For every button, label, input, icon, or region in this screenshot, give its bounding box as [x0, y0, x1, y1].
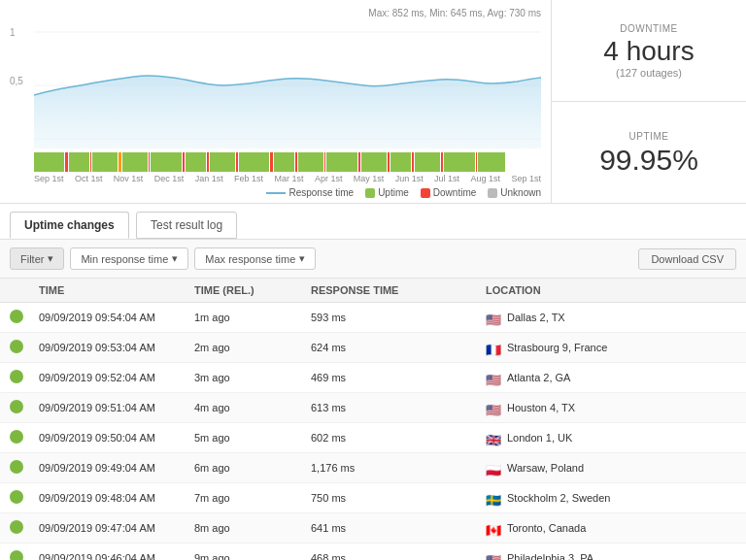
table-header: TIME TIME (REL.) RESPONSE TIME LOCATION — [0, 279, 746, 303]
uptime-bar — [34, 152, 541, 172]
time-rel-cell: 1m ago — [194, 312, 311, 323]
status-dot — [10, 490, 23, 504]
tab-uptime-changes[interactable]: Uptime changes — [10, 212, 129, 239]
status-indicator — [10, 490, 39, 506]
col-location-header: LOCATION — [486, 284, 736, 296]
x-label: Apr 1st — [315, 174, 343, 183]
status-indicator — [10, 370, 39, 385]
table-row: 09/09/2019 09:46:04 AM 9m ago 468 ms 🇺🇸 … — [0, 544, 746, 560]
time-cell: 09/09/2019 09:51:04 AM — [39, 402, 194, 413]
downtime-value: 4 hours — [603, 38, 694, 65]
x-label: Sep 1st — [511, 174, 541, 183]
flag-icon: 🇵🇱 — [486, 463, 499, 473]
status-dot — [10, 340, 23, 353]
response-cell: 1,176 ms — [311, 462, 486, 474]
status-dot — [10, 550, 23, 560]
x-axis: Sep 1st Oct 1st Nov 1st Dec 1st Jan 1st … — [34, 174, 541, 183]
x-label: Dec 1st — [154, 174, 185, 183]
location-name: Atlanta 2, GA — [507, 372, 570, 383]
flag-icon: 🇺🇸 — [486, 553, 499, 560]
location-name: Warsaw, Poland — [507, 462, 584, 474]
x-label: Jun 1st — [395, 174, 424, 183]
location-cell: 🇺🇸 Atlanta 2, GA — [486, 372, 736, 383]
response-cell: 469 ms — [311, 372, 486, 383]
x-label: Nov 1st — [114, 174, 144, 183]
col-time-rel-header: TIME (REL.) — [194, 284, 311, 296]
chart-stats: Max: 852 ms, Min: 645 ms, Avg: 730 ms — [10, 8, 541, 18]
response-cell: 602 ms — [311, 432, 486, 444]
time-rel-cell: 7m ago — [194, 492, 311, 504]
tab-test-result-log[interactable]: Test result log — [136, 212, 237, 239]
col-response-header: RESPONSE TIME — [311, 284, 486, 296]
location-cell: 🇫🇷 Strasbourg 9, France — [486, 342, 736, 353]
time-cell: 09/09/2019 09:50:04 AM — [39, 432, 194, 444]
status-indicator — [10, 310, 39, 325]
stats-panel: DOWNTIME 4 hours (127 outages) UPTIME 99… — [552, 0, 746, 203]
flag-icon: 🇺🇸 — [486, 403, 499, 412]
location-name: Dallas 2, TX — [507, 312, 565, 323]
y-label-05: 0,5 — [10, 76, 23, 86]
flag-icon: 🇺🇸 — [486, 373, 499, 382]
legend-uptime-label: Uptime — [378, 187, 409, 198]
time-cell: 09/09/2019 09:49:04 AM — [39, 462, 194, 474]
table-row: 09/09/2019 09:53:04 AM 2m ago 624 ms 🇫🇷 … — [0, 333, 746, 363]
flag-icon: 🇫🇷 — [486, 343, 499, 352]
x-label: Jan 1st — [195, 174, 223, 183]
legend-response: Response time — [266, 187, 354, 198]
y-label-1: 1 — [10, 27, 16, 38]
location-cell: 🇨🇦 Toronto, Canada — [486, 522, 736, 534]
legend-downtime: Downtime — [421, 187, 476, 198]
download-csv-button[interactable]: Download CSV — [638, 248, 736, 270]
downtime-hours-text: hours — [627, 36, 695, 66]
min-chevron-icon: ▾ — [172, 252, 178, 265]
location-cell: 🇺🇸 Houston 4, TX — [486, 402, 736, 413]
flag-icon: 🇨🇦 — [486, 523, 499, 533]
time-cell: 09/09/2019 09:54:04 AM — [39, 312, 194, 323]
chart-area: Max: 852 ms, Min: 645 ms, Avg: 730 ms 1 … — [0, 0, 552, 203]
location-cell: 🇵🇱 Warsaw, Poland — [486, 462, 736, 474]
status-dot — [10, 400, 23, 413]
table-row: 09/09/2019 09:51:04 AM 4m ago 613 ms 🇺🇸 … — [0, 393, 746, 423]
min-response-button[interactable]: Min response time ▾ — [70, 247, 188, 270]
table-row: 09/09/2019 09:52:04 AM 3m ago 469 ms 🇺🇸 … — [0, 363, 746, 393]
downtime-label: DOWNTIME — [620, 23, 678, 34]
legend-uptime-icon — [365, 188, 375, 198]
table-row: 09/09/2019 09:47:04 AM 8m ago 641 ms 🇨🇦 … — [0, 513, 746, 544]
flag-icon: 🇸🇪 — [486, 493, 499, 503]
status-dot — [10, 430, 23, 444]
uptime-box: UPTIME 99.95% — [552, 102, 746, 203]
table-section: TIME TIME (REL.) RESPONSE TIME LOCATION … — [0, 279, 746, 560]
status-indicator — [10, 400, 39, 415]
x-label: Sep 1st — [34, 174, 64, 183]
status-dot — [10, 460, 23, 474]
location-name: Houston 4, TX — [507, 402, 575, 413]
uptime-label: UPTIME — [629, 131, 669, 142]
downtime-box: DOWNTIME 4 hours (127 outages) — [552, 0, 746, 102]
legend-response-label: Response time — [288, 187, 354, 198]
x-label: May 1st — [354, 174, 385, 183]
location-name: Stockholm 2, Sweden — [507, 492, 610, 504]
table-body: 09/09/2019 09:54:04 AM 1m ago 593 ms 🇺🇸 … — [0, 303, 746, 560]
max-response-button[interactable]: Max response time ▾ — [194, 247, 316, 270]
time-cell: 09/09/2019 09:48:04 AM — [39, 492, 194, 504]
col-time-header: TIME — [39, 284, 194, 296]
top-section: Max: 852 ms, Min: 645 ms, Avg: 730 ms 1 … — [0, 0, 746, 204]
status-indicator — [10, 520, 39, 536]
time-cell: 09/09/2019 09:46:04 AM — [39, 552, 194, 560]
response-cell: 593 ms — [311, 312, 486, 323]
status-indicator — [10, 460, 39, 476]
location-name: Strasbourg 9, France — [507, 342, 607, 353]
uptime-value: 99.95% — [599, 146, 698, 175]
legend-downtime-icon — [421, 188, 430, 198]
status-indicator — [10, 430, 39, 445]
x-label: Oct 1st — [75, 174, 103, 183]
status-dot — [10, 520, 23, 534]
filter-label: Filter — [20, 253, 44, 265]
filter-button[interactable]: Filter ▾ — [10, 247, 64, 270]
legend-downtime-label: Downtime — [433, 187, 476, 198]
time-cell: 09/09/2019 09:52:04 AM — [39, 372, 194, 383]
chart-svg — [34, 22, 541, 148]
filter-chevron-icon: ▾ — [48, 252, 53, 265]
x-label: Aug 1st — [471, 174, 501, 183]
time-rel-cell: 5m ago — [194, 432, 311, 444]
